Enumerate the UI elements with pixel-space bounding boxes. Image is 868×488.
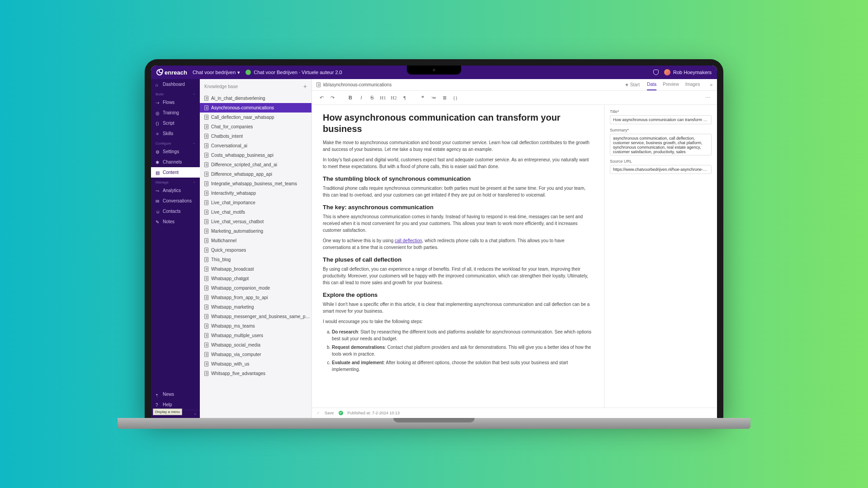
article-paragraph: One way to achieve this is by using call… bbox=[323, 237, 593, 251]
brand-logo[interactable]: enreach bbox=[156, 69, 187, 76]
laptop-notch bbox=[407, 66, 461, 75]
sidebar-item-conversations[interactable]: ✉Conversations bbox=[151, 196, 200, 206]
sidebar-item-news[interactable]: •̣News bbox=[151, 389, 200, 399]
script-icon: ⟨⟩ bbox=[156, 121, 160, 126]
italic-button[interactable]: I bbox=[356, 93, 366, 103]
tab-preview[interactable]: Preview bbox=[663, 79, 679, 90]
strike-button[interactable]: S bbox=[367, 93, 377, 103]
call-deflection-link[interactable]: call deflection bbox=[395, 238, 422, 243]
summary-input[interactable]: asynchronous communication, call deflect… bbox=[610, 134, 712, 155]
kb-item-label: Costs_whatsapp_business_api bbox=[211, 153, 274, 158]
sidebar-item-flows[interactable]: ⇢Flows bbox=[151, 97, 200, 108]
sidebar-item-skills[interactable]: ✧Skills bbox=[151, 128, 200, 139]
kb-item-label: Whatsapp_from_app_to_api bbox=[211, 295, 268, 300]
document-icon bbox=[204, 238, 208, 243]
start-button[interactable]: ★Start bbox=[623, 80, 642, 90]
kb-item[interactable]: Whitsapp_five_advantages bbox=[200, 369, 311, 378]
kb-item[interactable]: Whatsapp_chatgpt bbox=[200, 274, 311, 283]
source-url-input[interactable]: https://www.chatvoorbedrijven.nl/hoe-asy… bbox=[610, 165, 712, 174]
kb-item[interactable]: Difference_scripted_chat_and_ai bbox=[200, 160, 311, 169]
kb-item[interactable]: Whatsapp_marketing bbox=[200, 302, 311, 312]
bell-icon bbox=[653, 70, 659, 75]
sidebar-item-contacts[interactable]: ☺Contacts bbox=[151, 206, 200, 216]
kb-item[interactable]: Whatsapp_ms_teams bbox=[200, 321, 311, 331]
kb-add-button[interactable]: + bbox=[303, 83, 307, 90]
kb-item[interactable]: This_blog bbox=[200, 255, 311, 264]
kb-item[interactable]: Multichannel bbox=[200, 236, 311, 245]
sidebar-item-notes[interactable]: ✎Notes bbox=[151, 216, 200, 227]
content-icon: ▤ bbox=[156, 170, 160, 175]
sidebar-item-script[interactable]: ⟨⟩Script bbox=[151, 118, 200, 128]
kb-item[interactable]: Whatsapp_broadcast bbox=[200, 264, 311, 274]
article-content[interactable]: How asynchronous communication can trans… bbox=[312, 105, 604, 408]
news-icon: •̣ bbox=[156, 392, 160, 397]
h2-button[interactable]: H2 bbox=[389, 93, 399, 103]
kb-item[interactable]: Chatbots_intent bbox=[200, 131, 311, 141]
h1-button[interactable]: H1 bbox=[378, 93, 388, 103]
kb-item[interactable]: Interactivity_whatsapp bbox=[200, 188, 311, 198]
sidebar-item-channels[interactable]: ✱Channels bbox=[151, 157, 200, 167]
kb-item[interactable]: Whatsapp_messenger_and_business_same_p… bbox=[200, 312, 311, 321]
document-icon bbox=[204, 210, 208, 215]
sidebar-item-settings[interactable]: ⚙Settings bbox=[151, 146, 200, 157]
document-icon bbox=[204, 200, 208, 205]
kb-item-label: Asynchronous-communications bbox=[211, 105, 274, 110]
tab-images[interactable]: Images bbox=[685, 79, 700, 90]
kb-item[interactable]: Live_chat_versus_chatbot bbox=[200, 217, 311, 226]
document-icon bbox=[204, 124, 208, 129]
kb-item-label: Multichannel bbox=[211, 238, 236, 243]
kb-header: Knowledge base bbox=[204, 84, 238, 89]
paragraph-button[interactable]: ¶ bbox=[400, 93, 410, 103]
kb-item[interactable]: Conversational_ai bbox=[200, 141, 311, 150]
editor-toolbar: ↶ ↷ B I S H1 H2 ¶ ❝ ≔ ≣ {} bbox=[312, 91, 717, 105]
kb-item[interactable]: Quick_responses bbox=[200, 245, 311, 255]
article-paragraph: While I don't have a specific offer in t… bbox=[323, 301, 593, 314]
redo-button[interactable]: ↷ bbox=[327, 93, 337, 103]
kb-item[interactable]: Ai_in_chat_dienstverlening bbox=[200, 94, 311, 103]
breadcrumb-text: Chat voor Bedrijven · Virtuele auteur 2.… bbox=[254, 70, 342, 75]
kb-item[interactable]: Integratie_whatsapp_business_met_teams bbox=[200, 179, 311, 188]
code-button[interactable]: {} bbox=[450, 93, 460, 103]
quote-button[interactable]: ❝ bbox=[418, 93, 428, 103]
article-heading: The pluses of call deflection bbox=[323, 256, 593, 263]
sidebar-item-content[interactable]: ▤Content bbox=[151, 167, 200, 178]
more-button[interactable]: ⋯ bbox=[703, 93, 712, 103]
article-title: How asynchronous communication can trans… bbox=[323, 112, 593, 135]
kb-item[interactable]: Marketing_automatisering bbox=[200, 226, 311, 236]
kb-item[interactable]: Whatsapp_multiple_users bbox=[200, 331, 311, 340]
kb-item-label: Whatsapp_with_us bbox=[211, 361, 250, 366]
user-menu[interactable]: Rob Hoeymakers bbox=[664, 69, 712, 75]
kb-item[interactable]: Call_deflection_naar_whatsapp bbox=[200, 113, 311, 122]
document-icon bbox=[204, 219, 208, 224]
logo-icon bbox=[156, 69, 163, 75]
kb-item[interactable]: Whatsapp_with_us bbox=[200, 359, 311, 369]
ordered-list-button[interactable]: ≣ bbox=[439, 93, 449, 103]
kb-item[interactable]: Asynchronous-communications bbox=[200, 103, 311, 113]
kb-item[interactable]: Whatsapp_social_media bbox=[200, 340, 311, 350]
notifications-button[interactable] bbox=[653, 70, 659, 75]
kb-item-label: Conversational_ai bbox=[211, 143, 247, 148]
bold-button[interactable]: B bbox=[345, 93, 355, 103]
kb-item[interactable]: Costs_whatsapp_business_api bbox=[200, 150, 311, 160]
kb-item[interactable]: Whatsapp_companion_mode bbox=[200, 283, 311, 293]
tab-data[interactable]: Data bbox=[647, 79, 656, 90]
bullet-list-button[interactable]: ≔ bbox=[429, 93, 439, 103]
save-button[interactable]: Save bbox=[325, 411, 334, 415]
sidebar-item-training[interactable]: ◎Training bbox=[151, 108, 200, 118]
kb-item[interactable]: Difference_whatsapp_app_api bbox=[200, 169, 311, 179]
panel-collapse-button[interactable]: » bbox=[705, 80, 717, 90]
project-selector[interactable]: Chat voor bedrijven ▾ bbox=[193, 70, 240, 75]
brand-name: enreach bbox=[165, 69, 187, 76]
sidebar-item-analytics[interactable]: ⤳Analytics bbox=[151, 185, 200, 196]
undo-button[interactable]: ↶ bbox=[316, 93, 326, 103]
sidebar-item-dashboard[interactable]: ⌂Dashboard bbox=[151, 79, 200, 89]
kb-item[interactable]: Whatsapp_via_computer bbox=[200, 350, 311, 359]
chat-icon: ✉ bbox=[156, 199, 160, 203]
title-input[interactable]: How asynchronous communication can trans… bbox=[610, 115, 712, 124]
document-icon bbox=[204, 162, 208, 167]
kb-item[interactable]: Live_chat_importance bbox=[200, 198, 311, 207]
kb-item[interactable]: Whatsapp_from_app_to_api bbox=[200, 293, 311, 302]
kb-item[interactable]: Chat_for_companies bbox=[200, 122, 311, 131]
kb-item[interactable]: Live_chat_motifs bbox=[200, 207, 311, 217]
kb-item-label: This_blog bbox=[211, 257, 231, 262]
